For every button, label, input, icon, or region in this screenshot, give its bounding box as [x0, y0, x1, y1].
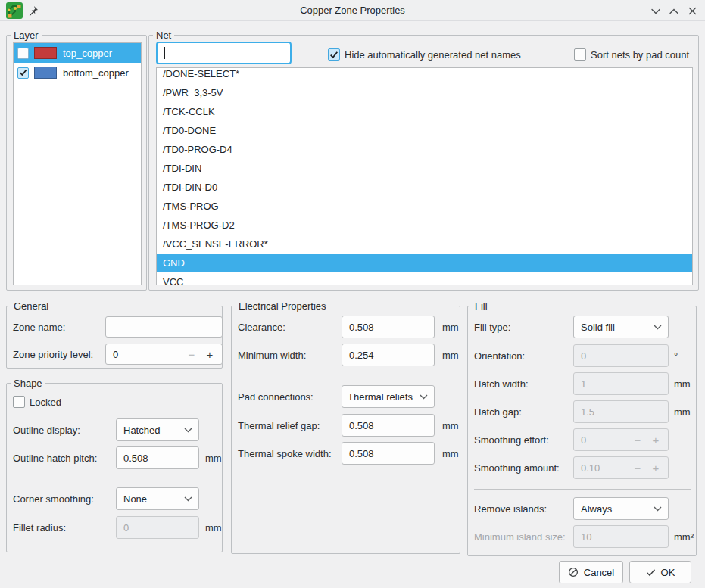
chevron-down-icon [654, 325, 662, 330]
title-bar: Copper Zone Properties [0, 0, 705, 21]
increment-icon: + [647, 462, 665, 474]
fillet-radius-unit: mm [205, 522, 222, 534]
remove-islands-label: Remove islands: [474, 503, 547, 515]
corner-smoothing-label: Corner smoothing: [13, 493, 94, 505]
net-list-item[interactable]: /TMS-PROG-D2 [157, 216, 692, 235]
remove-islands-value: Always [581, 503, 612, 515]
ok-button[interactable]: OK [629, 561, 691, 583]
zone-name-label: Zone name: [13, 322, 65, 333]
orientation-input: 0 [573, 344, 669, 367]
relief-gap-input[interactable]: 0.508 [342, 414, 435, 437]
net-list-item[interactable]: VCC [157, 272, 692, 285]
check-icon [19, 69, 27, 76]
pad-connections-value: Thermal reliefs [348, 391, 413, 403]
remove-islands-select[interactable]: Always [573, 497, 669, 520]
chevron-down-icon [420, 394, 428, 400]
fillet-radius-label: Fillet radius: [13, 522, 66, 534]
chevron-up-icon [669, 8, 678, 14]
net-list-item[interactable]: /TDI-DIN [157, 159, 692, 178]
layer-checkbox[interactable] [17, 67, 29, 79]
sort-nets-checkbox[interactable] [574, 48, 586, 61]
smoothing-effort-stepper: 0 − + [573, 428, 669, 451]
net-list-item-selected[interactable]: GND [157, 254, 692, 272]
spoke-width-input[interactable]: 0.508 [342, 442, 435, 465]
hatch-width-unit: mm [674, 378, 691, 390]
layer-group: Layer top_copper bottom_copper [6, 35, 147, 291]
hatch-gap-input: 1.5 [573, 400, 669, 423]
fill-group: Fill Fill type: Solid fill Orientation: … [467, 306, 697, 556]
fill-type-value: Solid fill [581, 322, 615, 333]
text-caret [164, 47, 165, 59]
min-width-value: 0.254 [349, 350, 374, 361]
chevron-down-icon [651, 8, 660, 14]
hatch-pitch-input[interactable]: 0.508 [116, 446, 199, 469]
electrical-group-title: Electrical Properties [236, 300, 329, 313]
fillet-radius-input: 0 [116, 516, 199, 539]
relief-gap-unit: mm [442, 420, 459, 431]
spoke-width-unit: mm [442, 448, 459, 459]
close-button[interactable] [685, 5, 699, 17]
layer-list[interactable]: top_copper bottom_copper [13, 42, 142, 285]
layer-color-swatch [34, 47, 57, 59]
pad-connections-select[interactable]: Thermal reliefs [342, 385, 435, 408]
shape-group-title: Shape [11, 377, 45, 390]
corner-smoothing-select[interactable]: None [116, 487, 199, 510]
relief-gap-value: 0.508 [349, 420, 374, 431]
cancel-button-label: Cancel [584, 567, 614, 578]
locked-checkbox[interactable] [13, 396, 25, 408]
net-list[interactable]: /DONE-SELECT* /PWR_3,3-5V /TCK-CCLK /TD0… [156, 67, 693, 285]
net-group-title: Net [153, 29, 174, 42]
minimize-button[interactable] [649, 5, 663, 17]
outline-display-select[interactable]: Hatched [116, 418, 199, 441]
net-group: Net Hide automatically generated net nam… [148, 35, 699, 291]
net-list-item[interactable]: /DONE-SELECT* [157, 67, 692, 83]
check-icon [329, 51, 338, 59]
fill-separator [474, 489, 691, 490]
zone-priority-stepper[interactable]: 0 − + [105, 344, 223, 365]
layer-name: top_copper [63, 48, 112, 59]
cancel-button[interactable]: Cancel [559, 561, 623, 583]
relief-gap-label: Thermal relief gap: [238, 420, 320, 431]
copper-zone-properties-dialog: Copper Zone Properties Layer top_copper [0, 0, 705, 588]
window-title: Copper Zone Properties [0, 5, 705, 16]
net-list-item[interactable]: /TMS-PROG [157, 197, 692, 216]
hide-auto-nets-label: Hide automatically generated net names [345, 49, 521, 61]
general-group: General Zone name: Zone priority level: … [6, 306, 223, 369]
increment-icon[interactable]: + [201, 348, 219, 361]
net-list-item[interactable]: /VCC_SENSE-ERROR* [157, 235, 692, 254]
chevron-down-icon [184, 428, 192, 433]
smoothing-amount-label: Smoothing amount: [474, 462, 560, 474]
min-island-size-label: Minimum island size: [474, 531, 566, 543]
min-island-size-value: 10 [581, 531, 591, 543]
clearance-value: 0.508 [349, 322, 374, 333]
check-icon [646, 568, 656, 577]
maximize-button[interactable] [667, 5, 681, 17]
zone-priority-label: Zone priority level: [13, 349, 93, 360]
hatch-gap-unit: mm [674, 406, 691, 418]
chevron-down-icon [184, 496, 192, 502]
net-list-item[interactable]: /TCK-CCLK [157, 102, 692, 121]
zone-name-input[interactable] [105, 316, 223, 338]
hide-auto-nets-checkbox[interactable] [328, 48, 340, 61]
smoothing-amount-stepper: 0.10 − + [573, 456, 669, 479]
net-filter-input[interactable] [156, 42, 292, 64]
general-group-title: General [11, 300, 51, 313]
layer-name: bottom_copper [63, 67, 129, 79]
hatch-width-label: Hatch width: [474, 378, 529, 390]
layer-row-bottom-copper[interactable]: bottom_copper [14, 63, 141, 82]
orientation-value: 0 [581, 350, 586, 362]
net-list-item[interactable]: /TDI-DIN-D0 [157, 178, 692, 197]
locked-label: Locked [30, 397, 61, 408]
net-list-item[interactable]: /TD0-PROG-D4 [157, 140, 692, 159]
net-list-item[interactable]: /TD0-DONE [157, 121, 692, 140]
sort-nets-label: Sort nets by pad count [591, 49, 689, 61]
layer-row-top-copper[interactable]: top_copper [14, 43, 141, 63]
layer-checkbox[interactable] [17, 48, 29, 59]
min-width-input[interactable]: 0.254 [342, 344, 435, 366]
decrement-icon: − [629, 434, 647, 446]
net-list-item[interactable]: /PWR_3,3-5V [157, 83, 692, 102]
fill-type-select[interactable]: Solid fill [573, 316, 669, 338]
decrement-icon[interactable]: − [182, 348, 201, 361]
fillet-radius-value: 0 [123, 522, 129, 534]
clearance-input[interactable]: 0.508 [342, 316, 435, 338]
